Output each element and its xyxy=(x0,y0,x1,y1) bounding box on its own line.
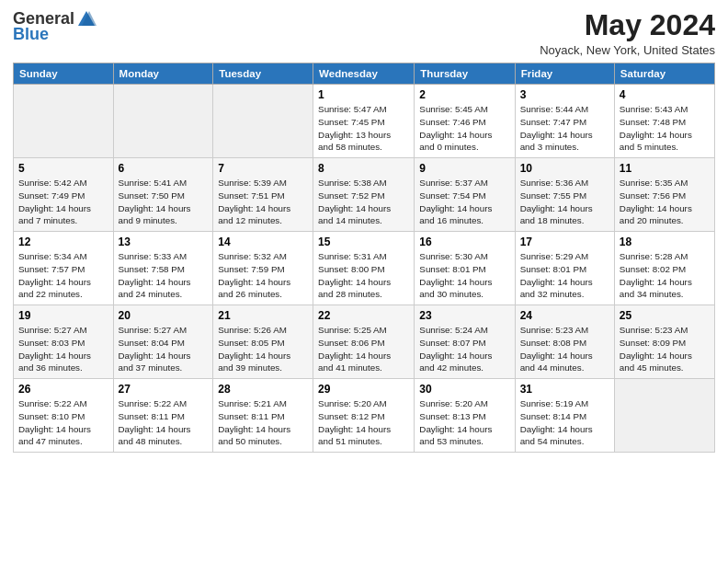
title-area: May 2024 Noyack, New York, United States xyxy=(540,9,715,57)
header-friday: Friday xyxy=(515,63,614,85)
day-number: 10 xyxy=(520,162,609,175)
calendar-cell: 3Sunrise: 5:44 AM Sunset: 7:47 PM Daylig… xyxy=(515,85,614,158)
day-info: Sunrise: 5:25 AM Sunset: 8:06 PM Dayligh… xyxy=(318,324,409,374)
header-sunday: Sunday xyxy=(14,63,114,85)
header-thursday: Thursday xyxy=(415,63,515,85)
day-number: 26 xyxy=(18,383,108,396)
day-info: Sunrise: 5:39 AM Sunset: 7:51 PM Dayligh… xyxy=(218,177,308,227)
day-info: Sunrise: 5:29 AM Sunset: 8:01 PM Dayligh… xyxy=(520,250,609,301)
calendar-cell: 16Sunrise: 5:30 AM Sunset: 8:01 PM Dayli… xyxy=(415,232,515,305)
day-number: 24 xyxy=(520,309,609,322)
calendar-cell: 11Sunrise: 5:35 AM Sunset: 7:56 PM Dayli… xyxy=(614,158,714,232)
day-number: 17 xyxy=(520,236,609,248)
calendar-cell: 23Sunrise: 5:24 AM Sunset: 8:07 PM Dayli… xyxy=(415,305,515,379)
location: Noyack, New York, United States xyxy=(540,43,715,57)
day-number: 15 xyxy=(318,236,409,248)
day-info: Sunrise: 5:34 AM Sunset: 7:57 PM Dayligh… xyxy=(18,250,108,301)
header: General Blue May 2024 Noyack, New York, … xyxy=(13,9,715,57)
day-number: 2 xyxy=(419,88,509,101)
calendar-header-row: Sunday Monday Tuesday Wednesday Thursday… xyxy=(14,63,715,85)
calendar-cell: 17Sunrise: 5:29 AM Sunset: 8:01 PM Dayli… xyxy=(515,232,614,305)
day-info: Sunrise: 5:44 AM Sunset: 7:47 PM Dayligh… xyxy=(520,103,609,154)
calendar-cell xyxy=(213,85,313,158)
day-number: 29 xyxy=(318,383,409,396)
day-number: 20 xyxy=(119,309,209,322)
day-info: Sunrise: 5:26 AM Sunset: 8:05 PM Dayligh… xyxy=(218,324,308,374)
day-info: Sunrise: 5:37 AM Sunset: 7:54 PM Dayligh… xyxy=(419,177,509,227)
calendar-cell: 29Sunrise: 5:20 AM Sunset: 8:12 PM Dayli… xyxy=(313,379,415,453)
day-info: Sunrise: 5:28 AM Sunset: 8:02 PM Dayligh… xyxy=(620,250,710,301)
header-saturday: Saturday xyxy=(614,63,714,85)
day-number: 25 xyxy=(620,309,710,322)
calendar-cell: 14Sunrise: 5:32 AM Sunset: 7:59 PM Dayli… xyxy=(213,232,313,305)
logo: General Blue xyxy=(13,9,97,44)
day-info: Sunrise: 5:20 AM Sunset: 8:12 PM Dayligh… xyxy=(318,397,409,448)
calendar-cell: 4Sunrise: 5:43 AM Sunset: 7:48 PM Daylig… xyxy=(614,85,714,158)
calendar-cell: 22Sunrise: 5:25 AM Sunset: 8:06 PM Dayli… xyxy=(313,305,415,379)
calendar-cell: 15Sunrise: 5:31 AM Sunset: 8:00 PM Dayli… xyxy=(313,232,415,305)
header-monday: Monday xyxy=(113,63,213,85)
day-info: Sunrise: 5:23 AM Sunset: 8:09 PM Dayligh… xyxy=(620,324,710,374)
day-number: 31 xyxy=(520,383,609,396)
day-number: 21 xyxy=(218,309,308,322)
day-info: Sunrise: 5:43 AM Sunset: 7:48 PM Dayligh… xyxy=(620,103,710,154)
calendar-week-0: 1Sunrise: 5:47 AM Sunset: 7:45 PM Daylig… xyxy=(14,85,715,158)
calendar-cell: 28Sunrise: 5:21 AM Sunset: 8:11 PM Dayli… xyxy=(213,379,313,453)
day-info: Sunrise: 5:31 AM Sunset: 8:00 PM Dayligh… xyxy=(318,250,409,301)
day-info: Sunrise: 5:45 AM Sunset: 7:46 PM Dayligh… xyxy=(419,103,509,154)
calendar-cell: 13Sunrise: 5:33 AM Sunset: 7:58 PM Dayli… xyxy=(113,232,213,305)
day-number: 3 xyxy=(520,88,609,101)
calendar-cell: 24Sunrise: 5:23 AM Sunset: 8:08 PM Dayli… xyxy=(515,305,614,379)
day-info: Sunrise: 5:27 AM Sunset: 8:03 PM Dayligh… xyxy=(18,324,108,374)
day-number: 19 xyxy=(18,309,108,322)
day-info: Sunrise: 5:36 AM Sunset: 7:55 PM Dayligh… xyxy=(520,177,609,227)
day-number: 9 xyxy=(419,162,509,175)
day-info: Sunrise: 5:20 AM Sunset: 8:13 PM Dayligh… xyxy=(419,397,509,448)
day-number: 27 xyxy=(119,383,209,396)
day-number: 30 xyxy=(419,383,509,396)
day-info: Sunrise: 5:41 AM Sunset: 7:50 PM Dayligh… xyxy=(119,177,209,227)
calendar-cell: 26Sunrise: 5:22 AM Sunset: 8:10 PM Dayli… xyxy=(14,379,114,453)
day-info: Sunrise: 5:32 AM Sunset: 7:59 PM Dayligh… xyxy=(218,250,308,301)
day-info: Sunrise: 5:19 AM Sunset: 8:14 PM Dayligh… xyxy=(520,397,609,448)
day-number: 1 xyxy=(318,88,409,101)
day-info: Sunrise: 5:30 AM Sunset: 8:01 PM Dayligh… xyxy=(419,250,509,301)
calendar-cell: 25Sunrise: 5:23 AM Sunset: 8:09 PM Dayli… xyxy=(614,305,714,379)
header-wednesday: Wednesday xyxy=(313,63,415,85)
day-number: 14 xyxy=(218,236,308,248)
logo-blue: Blue xyxy=(13,25,49,44)
calendar-cell: 2Sunrise: 5:45 AM Sunset: 7:46 PM Daylig… xyxy=(415,85,515,158)
calendar-week-4: 26Sunrise: 5:22 AM Sunset: 8:10 PM Dayli… xyxy=(14,379,715,453)
day-info: Sunrise: 5:21 AM Sunset: 8:11 PM Dayligh… xyxy=(218,397,308,448)
day-info: Sunrise: 5:22 AM Sunset: 8:10 PM Dayligh… xyxy=(18,397,108,448)
day-number: 7 xyxy=(218,162,308,175)
day-info: Sunrise: 5:24 AM Sunset: 8:07 PM Dayligh… xyxy=(419,324,509,374)
day-info: Sunrise: 5:23 AM Sunset: 8:08 PM Dayligh… xyxy=(520,324,609,374)
day-info: Sunrise: 5:22 AM Sunset: 8:11 PM Dayligh… xyxy=(119,397,209,448)
calendar-table: Sunday Monday Tuesday Wednesday Thursday… xyxy=(13,63,715,453)
day-number: 11 xyxy=(620,162,710,175)
day-number: 16 xyxy=(419,236,509,248)
day-number: 5 xyxy=(18,162,108,175)
calendar-cell: 1Sunrise: 5:47 AM Sunset: 7:45 PM Daylig… xyxy=(313,85,415,158)
day-info: Sunrise: 5:38 AM Sunset: 7:52 PM Dayligh… xyxy=(318,177,409,227)
calendar-cell: 20Sunrise: 5:27 AM Sunset: 8:04 PM Dayli… xyxy=(113,305,213,379)
header-tuesday: Tuesday xyxy=(213,63,313,85)
calendar-cell: 9Sunrise: 5:37 AM Sunset: 7:54 PM Daylig… xyxy=(415,158,515,232)
calendar-cell xyxy=(14,85,114,158)
calendar-week-3: 19Sunrise: 5:27 AM Sunset: 8:03 PM Dayli… xyxy=(14,305,715,379)
day-number: 6 xyxy=(119,162,209,175)
calendar-cell: 10Sunrise: 5:36 AM Sunset: 7:55 PM Dayli… xyxy=(515,158,614,232)
calendar-cell: 27Sunrise: 5:22 AM Sunset: 8:11 PM Dayli… xyxy=(113,379,213,453)
day-info: Sunrise: 5:35 AM Sunset: 7:56 PM Dayligh… xyxy=(620,177,710,227)
calendar-cell: 18Sunrise: 5:28 AM Sunset: 8:02 PM Dayli… xyxy=(614,232,714,305)
calendar-cell: 7Sunrise: 5:39 AM Sunset: 7:51 PM Daylig… xyxy=(213,158,313,232)
day-info: Sunrise: 5:33 AM Sunset: 7:58 PM Dayligh… xyxy=(119,250,209,301)
calendar-cell: 21Sunrise: 5:26 AM Sunset: 8:05 PM Dayli… xyxy=(213,305,313,379)
day-number: 23 xyxy=(419,309,509,322)
calendar-cell xyxy=(614,379,714,453)
calendar-cell: 19Sunrise: 5:27 AM Sunset: 8:03 PM Dayli… xyxy=(14,305,114,379)
day-number: 4 xyxy=(620,88,710,101)
day-number: 28 xyxy=(218,383,308,396)
calendar-cell: 8Sunrise: 5:38 AM Sunset: 7:52 PM Daylig… xyxy=(313,158,415,232)
